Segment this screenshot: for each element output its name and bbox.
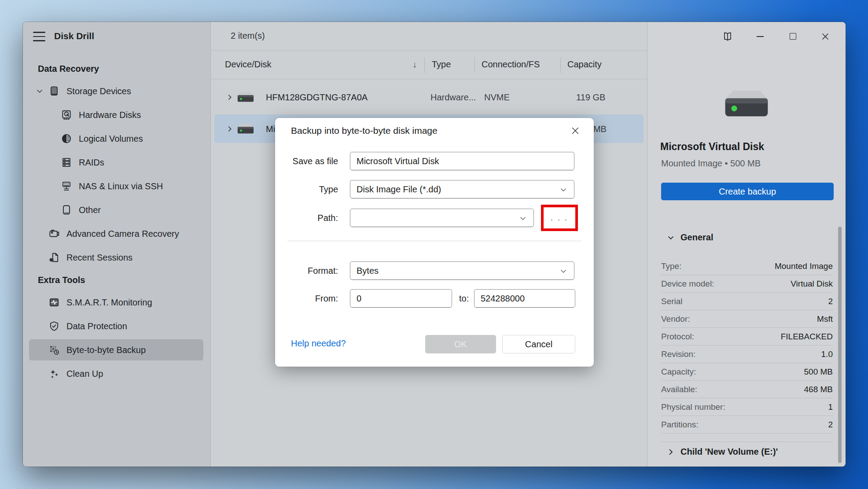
close-icon[interactable] [816, 28, 835, 45]
detail-label: Protocol: [661, 332, 694, 342]
row-expander-chevron-right-icon[interactable] [226, 93, 234, 101]
sidebar-item[interactable]: Storage Devices [23, 79, 210, 103]
detail-value: Mounted Image [775, 261, 833, 271]
path-row: Path: . . . [275, 209, 594, 227]
detail-label: Physical number: [661, 402, 725, 412]
table-row[interactable]: HFM128GDGTNG-87A0A Hardware... NVME 119 … [214, 84, 644, 111]
detail-value: FILEBACKED [781, 332, 833, 342]
detail-row: Capacity: 500 MB [661, 363, 833, 381]
sidebar-item[interactable]: Byte-to-byte Backup [23, 338, 210, 362]
detail-label: Vendor: [661, 314, 690, 324]
path-label: Path: [275, 213, 338, 223]
device-type: Hardware... [430, 92, 476, 103]
detail-value: 1 [828, 402, 833, 412]
backup-dialog: Backup into byte-to-byte disk image Save… [275, 118, 594, 367]
sidebar: Disk Drill Data Recovery Storage Devices… [23, 22, 211, 467]
detail-label: Type: [661, 261, 681, 271]
help-link[interactable]: Help needed? [291, 338, 346, 349]
row-expander-chevron-right-icon[interactable] [226, 125, 234, 133]
detail-row: Serial 2 [661, 293, 833, 310]
image-type-select[interactable]: Disk Image File (*.dd) [350, 180, 574, 199]
detail-label: Device model: [661, 279, 714, 289]
device-title: Microsoft Virtual Disk [660, 141, 764, 153]
sort-descending-icon[interactable]: ↓ [412, 59, 417, 70]
detail-row: Device model: Virtual Disk [661, 275, 833, 293]
detail-label: Available: [661, 385, 697, 394]
table-header: Device/Disk ↓ Type Connection/FS Capacit… [211, 51, 647, 79]
sidebar-item-label: Storage Devices [66, 86, 131, 96]
save-as-input[interactable] [350, 152, 574, 170]
sidebar-item-label: Data Recovery [38, 64, 99, 74]
sidebar-nav: Data Recovery Storage Devices Hardware D… [23, 58, 210, 386]
from-input[interactable] [350, 289, 452, 308]
recent-sessions-icon [48, 252, 60, 263]
sidebar-item-label: Hardware Disks [79, 110, 141, 120]
dialog-close-icon[interactable] [568, 124, 582, 138]
nas-icon [61, 180, 72, 192]
minimize-icon[interactable] [750, 28, 770, 45]
sidebar-item-label: Recent Sessions [66, 253, 132, 263]
general-details-list: Type: Mounted Image Device model: Virtua… [661, 257, 833, 434]
detail-value: 2 [828, 420, 833, 430]
chevron-down-icon[interactable] [35, 87, 44, 96]
detail-row: Protocol: FILEBACKED [661, 328, 833, 346]
raid-icon [61, 157, 72, 168]
detail-label: Revision: [661, 349, 695, 359]
sidebar-item-label: Advanced Camera Recovery [66, 229, 179, 239]
browse-path-button[interactable]: . . . [545, 209, 574, 227]
camera-icon [48, 228, 60, 239]
column-header-type[interactable]: Type [432, 59, 451, 70]
format-value: Bytes [357, 266, 379, 276]
ok-button[interactable]: OK [425, 335, 496, 353]
hamburger-menu-icon[interactable] [33, 32, 45, 41]
dialog-footer: Help needed? OK Cancel [275, 335, 594, 353]
detail-row: Available: 468 MB [661, 381, 833, 398]
hardware-disk-icon [61, 109, 72, 121]
to-input[interactable] [474, 289, 575, 308]
column-header-device-disk[interactable]: Device/Disk [225, 59, 272, 70]
sidebar-item[interactable]: Extra Tools [23, 269, 210, 290]
range-row: From: to: [275, 289, 594, 308]
sidebar-item[interactable]: RAIDs [23, 151, 210, 174]
scrollbar-thumb[interactable] [838, 227, 842, 463]
sidebar-item[interactable]: Recent Sessions [23, 246, 210, 269]
general-section-header[interactable]: General [647, 232, 846, 243]
window-controls [718, 22, 835, 51]
save-as-row: Save as file [275, 152, 594, 170]
bookmarks-icon[interactable] [718, 28, 737, 45]
device-capacity: 119 GB [576, 92, 605, 103]
format-select[interactable]: Bytes [350, 261, 574, 280]
sidebar-item-label: Data Protection [66, 321, 127, 331]
sidebar-item[interactable]: Advanced Camera Recovery [23, 222, 210, 246]
sidebar-item[interactable]: Clean Up [23, 362, 210, 386]
from-label: From: [275, 294, 338, 304]
column-header-capacity[interactable]: Capacity [567, 59, 602, 70]
maximize-icon[interactable] [783, 28, 802, 45]
sidebar-item[interactable]: Logical Volumes [23, 127, 210, 151]
chevron-down-icon[interactable] [666, 233, 675, 242]
items-count: 2 item(s) [231, 31, 265, 41]
detail-value: 468 MB [804, 385, 833, 394]
sidebar-item-label: Byte-to-byte Backup [66, 345, 146, 355]
sidebar-item[interactable]: Hardware Disks [23, 103, 210, 127]
logical-volume-icon [61, 133, 72, 144]
dialog-title: Backup into byte-to-byte disk image [291, 125, 438, 136]
column-header-connection-fs[interactable]: Connection/FS [482, 59, 540, 70]
sidebar-item[interactable]: Other [23, 198, 210, 222]
format-row: Format: Bytes [275, 261, 594, 280]
sidebar-item[interactable]: Data Protection [23, 314, 210, 338]
sidebar-item-label: Other [79, 205, 101, 215]
path-select[interactable] [350, 209, 534, 227]
detail-value: 500 MB [804, 367, 833, 377]
detail-label: Serial [661, 297, 683, 306]
sidebar-item[interactable]: Data Recovery [23, 58, 210, 79]
disk-drive-large-icon [722, 87, 771, 116]
chevron-right-icon[interactable] [666, 448, 675, 456]
cancel-button[interactable]: Cancel [502, 335, 575, 353]
create-backup-button[interactable]: Create backup [661, 183, 834, 200]
sidebar-item[interactable]: S.M.A.R.T. Monitoring [23, 290, 210, 314]
sidebar-item[interactable]: NAS & Linux via SSH [23, 174, 210, 198]
child-volume-section-header[interactable]: Child 'New Volume (E:)' [647, 447, 846, 457]
data-protection-icon [48, 320, 60, 332]
smart-monitoring-icon [48, 297, 60, 308]
